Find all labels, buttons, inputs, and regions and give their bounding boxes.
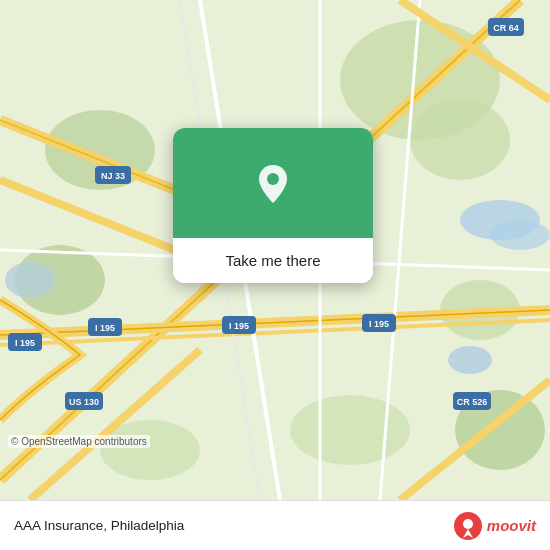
popup-card: Take me there (173, 128, 373, 283)
location-pin-icon (247, 157, 299, 209)
svg-text:I 195: I 195 (15, 338, 35, 348)
footer-bar: AAA Insurance, Philadelphia moovit (0, 500, 550, 550)
svg-text:I 195: I 195 (369, 319, 389, 329)
svg-text:I 195: I 195 (229, 321, 249, 331)
map-container: NJ 33 I 195 I 195 I 195 I 195 US 130 CR … (0, 0, 550, 500)
svg-text:CR 64: CR 64 (493, 23, 519, 33)
svg-point-46 (267, 173, 279, 185)
svg-text:CR 526: CR 526 (457, 397, 488, 407)
moovit-logo: moovit (454, 512, 536, 540)
svg-text:NJ 33: NJ 33 (101, 171, 125, 181)
osm-credit: © OpenStreetMap contributors (8, 435, 150, 448)
svg-point-2 (410, 100, 510, 180)
take-me-there-button[interactable]: Take me there (173, 238, 373, 283)
footer-location: AAA Insurance, Philadelphia (14, 518, 184, 533)
svg-point-48 (463, 519, 473, 529)
svg-text:I 195: I 195 (95, 323, 115, 333)
moovit-text: moovit (487, 517, 536, 534)
svg-point-11 (5, 262, 55, 298)
svg-point-6 (290, 395, 410, 465)
moovit-icon (454, 512, 482, 540)
svg-point-10 (490, 220, 550, 250)
svg-text:US 130: US 130 (69, 397, 99, 407)
svg-point-12 (448, 346, 492, 374)
popup-header (173, 128, 373, 238)
